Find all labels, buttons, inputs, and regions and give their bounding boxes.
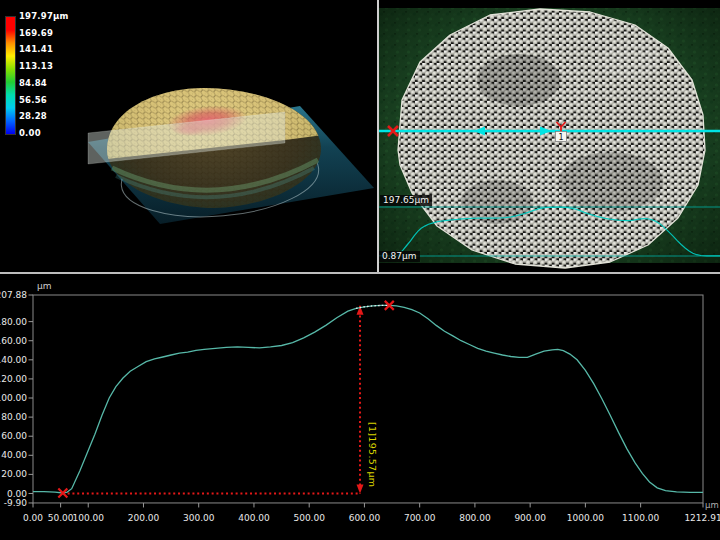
x-tick-label: 100.00 (72, 513, 104, 523)
colorbar-label: 28.28 (19, 111, 47, 121)
panel-camera-view[interactable]: 1 197.65µm 0.87µm (379, 0, 720, 272)
x-tick-label: 600.00 (349, 513, 381, 523)
colorbar-gradient-icon (5, 16, 16, 135)
y-tick-label: -9.90 (4, 498, 28, 508)
colorbar-label: 169.69 (19, 28, 53, 38)
profile-chart: µmµm0.0050.00100.00200.00300.00400.00500… (0, 274, 720, 540)
x-tick-label: 1100.00 (622, 513, 659, 523)
x-tick-label: 500.00 (293, 513, 325, 523)
y-tick-label: 140.00 (0, 355, 27, 365)
x-tick-label: 800.00 (459, 513, 491, 523)
y-tick-label: 120.00 (0, 374, 27, 384)
y-tick-label: 207.88 (0, 290, 27, 300)
max-height-label: 197.65µm (380, 195, 432, 206)
y-tick-label: 180.00 (0, 317, 27, 327)
y-tick-label: 80.00 (1, 412, 27, 422)
y-tick-label: 60.00 (1, 431, 27, 441)
x-tick-label: 700.00 (404, 513, 436, 523)
min-height-label: 0.87µm (379, 251, 420, 262)
panel-profile-chart[interactable]: µmµm0.0050.00100.00200.00300.00400.00500… (0, 274, 720, 540)
y-tick-label: 20.00 (1, 469, 27, 479)
y-axis-unit: µm (37, 281, 52, 291)
max-height-value: 197.65µm (383, 195, 429, 205)
y-tick-label: 100.00 (0, 393, 27, 403)
x-tick-label: 300.00 (183, 513, 215, 523)
x-tick-label: 1000.00 (567, 513, 604, 523)
x-tick-label: 50.00 (48, 513, 74, 523)
x-tick-label: 200.00 (128, 513, 160, 523)
colorbar-label: 84.84 (19, 78, 47, 88)
x-tick-label: 0.00 (23, 513, 43, 523)
arrow-down-icon (357, 485, 364, 494)
metrology-app-window: 197.97µm169.69141.41113.1384.8456.5628.2… (0, 0, 720, 540)
x-tick-label: 1212.91 (684, 513, 720, 523)
colorbar-label: 197.97µm (19, 11, 69, 21)
x-axis-unit: µm (705, 500, 719, 510)
height-colorbar: 197.97µm169.69141.41113.1384.8456.5628.2… (5, 16, 95, 140)
panel-3d-height-view[interactable]: 197.97µm169.69141.41113.1384.8456.5628.2… (0, 0, 377, 272)
x-tick-label: 900.00 (514, 513, 546, 523)
y-tick-label: 160.00 (0, 336, 27, 346)
y-tick-label: 40.00 (1, 450, 27, 460)
min-height-value: 0.87µm (382, 251, 417, 261)
height-measure-value: [1]195.57µm (367, 422, 378, 487)
colorbar-label: 0.00 (19, 128, 41, 138)
marker-number-label: 1 (558, 133, 563, 142)
x-tick-label: 400.00 (238, 513, 270, 523)
colorbar-label: 56.56 (19, 95, 47, 105)
specimen-image: 1 (379, 0, 720, 272)
colorbar-labels: 197.97µm169.69141.41113.1384.8456.5628.2… (19, 16, 89, 133)
colorbar-label: 113.13 (19, 61, 53, 71)
colorbar-label: 141.41 (19, 44, 53, 54)
